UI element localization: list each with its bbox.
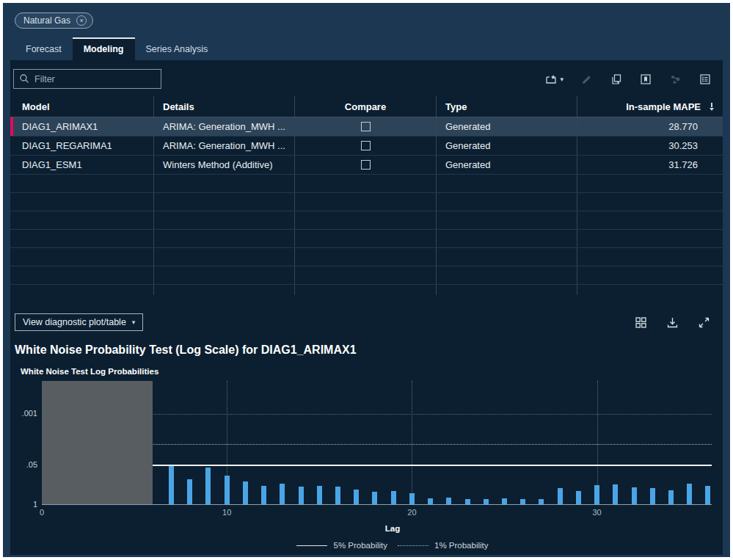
probability-bar	[409, 493, 415, 504]
selected-row-accent	[10, 117, 13, 136]
compare-checkbox[interactable]	[361, 160, 371, 170]
probability-bar	[594, 485, 599, 504]
details-cell: ARIMA: Generation_MWH ...	[154, 117, 295, 136]
page-frame: Natural Gas × Forecast Modeling Series A…	[0, 0, 733, 560]
chip-close-icon[interactable]: ×	[76, 15, 87, 26]
probability-bar	[465, 499, 470, 504]
probability-bar	[576, 491, 581, 504]
column-header-mape-label: In-sample MAPE	[626, 101, 701, 112]
edit-button[interactable]	[581, 73, 593, 85]
column-header-model[interactable]: Model	[10, 96, 154, 117]
probability-bar	[558, 488, 563, 504]
pipeline-button[interactable]	[669, 73, 682, 85]
x-tick-label: 0	[40, 508, 44, 517]
legend-label: 1% Probability	[434, 541, 489, 550]
table-row-empty	[10, 266, 723, 285]
probability-bar	[391, 491, 396, 504]
probability-bar	[205, 468, 211, 504]
compare-checkbox[interactable]	[361, 122, 371, 131]
series-chip-label: Natural Gas	[23, 15, 70, 26]
probability-bar	[687, 484, 692, 504]
details-cell: Winters Method (Additive)	[154, 156, 295, 174]
bookmark-icon	[644, 76, 647, 81]
probability-bar	[225, 476, 230, 504]
probability-bar	[169, 466, 174, 504]
probability-bar	[650, 488, 655, 504]
x-axis-ticks: 0102030	[42, 508, 712, 520]
y-tick-label: .001	[22, 409, 37, 418]
probability-bar	[502, 498, 507, 504]
column-header-type[interactable]: Type	[437, 96, 577, 117]
x-tick-label: 30	[593, 508, 602, 517]
chart-legend: 5% Probability1% Probability	[42, 541, 723, 550]
table-row[interactable]: DIAG1_REGARIMA1 ARIMA: Generation_MWH ..…	[10, 137, 723, 156]
probability-bar	[261, 486, 266, 504]
probability-bar	[243, 481, 248, 504]
probability-bar	[299, 487, 304, 504]
mape-cell: 30.253	[577, 137, 723, 155]
probability-bar	[613, 484, 618, 504]
expand-button[interactable]	[699, 317, 710, 328]
export-button[interactable]: ▾	[545, 73, 564, 85]
table-row-empty	[10, 193, 723, 211]
tab-bar: Forecast Modeling Series Analysis	[3, 37, 730, 60]
grid-view-button[interactable]	[635, 317, 646, 328]
model-cell: DIAG1_ARIMAX1	[10, 117, 154, 136]
table-row-empty	[10, 175, 723, 193]
model-table-empty	[10, 175, 723, 295]
table-row-empty	[10, 230, 723, 248]
copy-button[interactable]	[610, 73, 622, 85]
column-header-compare[interactable]: Compare	[295, 96, 437, 117]
probability-bar	[705, 486, 710, 504]
compare-cell	[295, 117, 437, 136]
pencil-icon	[583, 76, 591, 84]
table-row-empty	[10, 248, 723, 266]
sort-indicator-icon[interactable]	[707, 103, 717, 111]
table-row-empty	[10, 211, 723, 230]
filter-input[interactable]	[13, 69, 161, 89]
probability-bar	[335, 487, 340, 504]
probability-bar	[446, 498, 451, 504]
modeling-panel: ▾	[10, 60, 723, 555]
table-row[interactable]: DIAG1_ESM1 Winters Method (Additive) Gen…	[10, 156, 723, 175]
probability-bar	[187, 479, 192, 504]
probability-bar	[668, 490, 674, 504]
probability-bar	[632, 487, 637, 504]
y-tick-label: 1	[33, 500, 37, 509]
probability-bar	[484, 499, 489, 504]
tab-modeling[interactable]: Modeling	[73, 37, 135, 60]
model-cell: DIAG1_REGARIMA1	[10, 137, 154, 155]
tab-series-analysis[interactable]: Series Analysis	[135, 37, 219, 60]
filter-wrap	[13, 69, 161, 89]
view-diagnostic-label: View diagnostic plot/table	[23, 317, 126, 327]
chart-area: .001.051 0102030	[42, 381, 712, 520]
table-toolbar-icons: ▾	[545, 73, 718, 85]
legend-item: 1% Probability	[398, 541, 489, 550]
y-tick-label: .05	[26, 460, 37, 469]
chart-title: White Noise Probability Test (Log Scale)…	[15, 343, 718, 357]
probability-bar	[372, 492, 377, 504]
tab-forecast[interactable]: Forecast	[15, 37, 73, 60]
column-header-mape[interactable]: In-sample MAPE	[577, 96, 723, 117]
filter-toolbar: ▾	[10, 60, 723, 96]
type-cell: Generated	[437, 117, 577, 136]
view-diagnostic-button[interactable]: View diagnostic plot/table ▾	[15, 313, 143, 331]
probability-bar	[520, 499, 525, 504]
mape-cell: 28.770	[577, 117, 723, 136]
details-cell: ARIMA: Generation_MWH ...	[154, 137, 295, 155]
download-button[interactable]	[667, 317, 678, 328]
x-axis-label: Lag	[42, 524, 723, 533]
chevron-down-icon: ▾	[132, 319, 136, 326]
probability-bar	[539, 499, 544, 504]
model-cell: DIAG1_ESM1	[10, 156, 154, 174]
x-tick-label: 10	[222, 508, 231, 517]
table-header-row: Model Details Compare Type In-sample MAP…	[10, 96, 723, 117]
probability-bar	[354, 490, 359, 504]
column-header-details[interactable]: Details	[154, 96, 295, 117]
probability-bar	[280, 484, 285, 504]
bookmark-button[interactable]	[640, 73, 652, 85]
table-row[interactable]: DIAG1_ARIMAX1 ARIMA: Generation_MWH ... …	[10, 117, 723, 137]
compare-checkbox[interactable]	[361, 141, 371, 150]
properties-button[interactable]	[699, 73, 711, 85]
series-chip[interactable]: Natural Gas ×	[15, 12, 93, 29]
